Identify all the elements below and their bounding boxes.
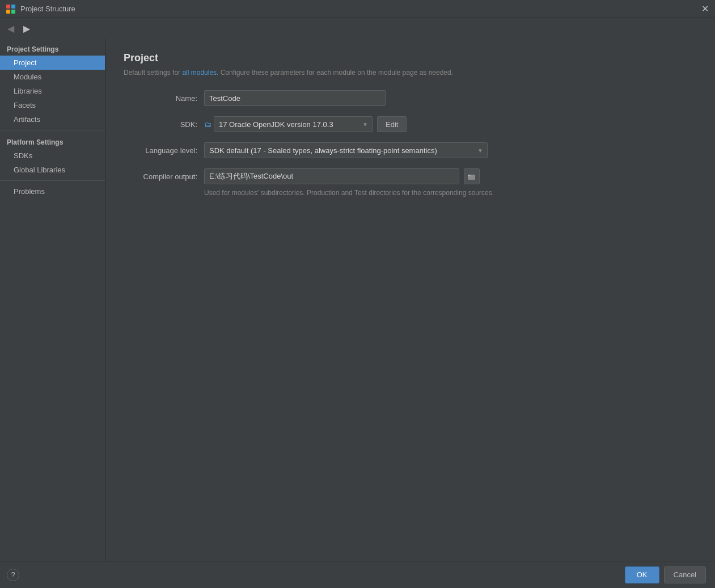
sdk-folder-icon: 🗂 bbox=[204, 120, 211, 129]
svg-rect-3 bbox=[11, 10, 15, 14]
sidebar-item-project[interactable]: Project bbox=[0, 56, 105, 70]
lang-select-wrapper: SDK default (17 - Sealed types, always-s… bbox=[204, 142, 488, 158]
edit-button[interactable]: Edit bbox=[377, 116, 407, 132]
compiler-output-label: Compiler output: bbox=[124, 172, 197, 181]
language-level-label: Language level: bbox=[124, 146, 197, 155]
main-layout: Project Settings Project Modules Librari… bbox=[0, 39, 715, 561]
name-input[interactable] bbox=[204, 90, 386, 106]
back-button[interactable]: ◀ bbox=[5, 22, 17, 35]
svg-rect-5 bbox=[468, 175, 471, 176]
app-icon bbox=[6, 4, 16, 14]
compiler-output-row: Compiler output: bbox=[124, 168, 697, 184]
sdk-select-wrapper: 🗂 17 Oracle OpenJDK version 17.0.3 ▼ bbox=[204, 116, 373, 132]
nav-bar: ◀ ▶ bbox=[0, 18, 715, 39]
sidebar-divider-2 bbox=[0, 180, 105, 181]
language-level-select[interactable]: SDK default (17 - Sealed types, always-s… bbox=[204, 142, 488, 158]
sidebar-item-global-libraries[interactable]: Global Libraries bbox=[0, 163, 105, 177]
forward-button[interactable]: ▶ bbox=[20, 22, 33, 35]
sidebar-divider bbox=[0, 130, 105, 130]
name-label: Name: bbox=[124, 94, 197, 103]
sdk-controls: 🗂 17 Oracle OpenJDK version 17.0.3 ▼ Edi… bbox=[204, 116, 407, 132]
sidebar: Project Settings Project Modules Librari… bbox=[0, 39, 105, 561]
svg-rect-0 bbox=[6, 5, 10, 9]
sidebar-item-libraries[interactable]: Libraries bbox=[0, 84, 105, 98]
project-settings-label: Project Settings bbox=[0, 41, 105, 56]
sidebar-item-problems[interactable]: Problems bbox=[0, 184, 105, 198]
close-button[interactable]: ✕ bbox=[700, 5, 709, 14]
compiler-output-input[interactable] bbox=[204, 168, 459, 184]
svg-rect-2 bbox=[6, 10, 10, 14]
content-description: Default settings for all modules. Config… bbox=[124, 69, 697, 77]
name-row: Name: bbox=[124, 90, 697, 106]
svg-rect-1 bbox=[11, 5, 15, 9]
desc-rest: . Configure these parameters for each mo… bbox=[217, 69, 453, 77]
sdk-select[interactable]: 17 Oracle OpenJDK version 17.0.3 bbox=[214, 116, 373, 132]
ok-button[interactable]: OK bbox=[625, 566, 659, 583]
compiler-hint: Used for modules' subdirectories. Produc… bbox=[204, 189, 697, 197]
sidebar-item-modules[interactable]: Modules bbox=[0, 70, 105, 84]
window-title: Project Structure bbox=[20, 5, 75, 13]
sidebar-item-sdks[interactable]: SDKs bbox=[0, 149, 105, 163]
sidebar-item-artifacts[interactable]: Artifacts bbox=[0, 112, 105, 126]
sdk-row: SDK: 🗂 17 Oracle OpenJDK version 17.0.3 … bbox=[124, 116, 697, 132]
content-area: Project Default settings for all modules… bbox=[105, 39, 715, 561]
compiler-controls bbox=[204, 168, 480, 184]
title-bar: Project Structure ✕ bbox=[0, 0, 715, 18]
content-title: Project bbox=[124, 52, 697, 64]
sdk-label: SDK: bbox=[124, 120, 197, 129]
bottom-bar: ? OK Cancel bbox=[0, 561, 715, 588]
cancel-button[interactable]: Cancel bbox=[664, 566, 706, 583]
title-bar-left: Project Structure bbox=[6, 4, 75, 14]
platform-settings-label: Platform Settings bbox=[0, 134, 105, 149]
sidebar-item-facets[interactable]: Facets bbox=[0, 98, 105, 112]
help-button[interactable]: ? bbox=[7, 569, 19, 581]
desc-normal: Default settings for bbox=[124, 69, 182, 77]
language-level-row: Language level: SDK default (17 - Sealed… bbox=[124, 142, 697, 158]
browse-folder-button[interactable] bbox=[464, 168, 480, 184]
desc-highlight: all modules bbox=[182, 69, 217, 77]
